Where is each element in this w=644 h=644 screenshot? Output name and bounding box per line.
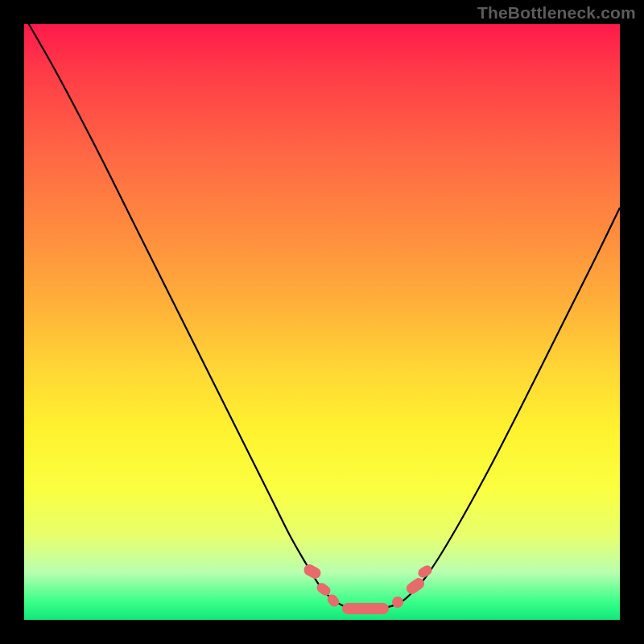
watermark-text: TheBottleneck.com bbox=[477, 3, 636, 23]
curve-markers bbox=[302, 563, 434, 614]
curve-marker bbox=[342, 603, 389, 614]
curve-marker bbox=[416, 564, 434, 580]
plot-area bbox=[24, 24, 620, 620]
curve-marker bbox=[404, 576, 427, 596]
bottleneck-curve bbox=[24, 16, 620, 609]
curve-marker bbox=[392, 597, 403, 608]
curve-svg bbox=[24, 24, 620, 620]
chart-frame: TheBottleneck.com bbox=[0, 0, 644, 644]
curve-marker bbox=[302, 563, 323, 581]
